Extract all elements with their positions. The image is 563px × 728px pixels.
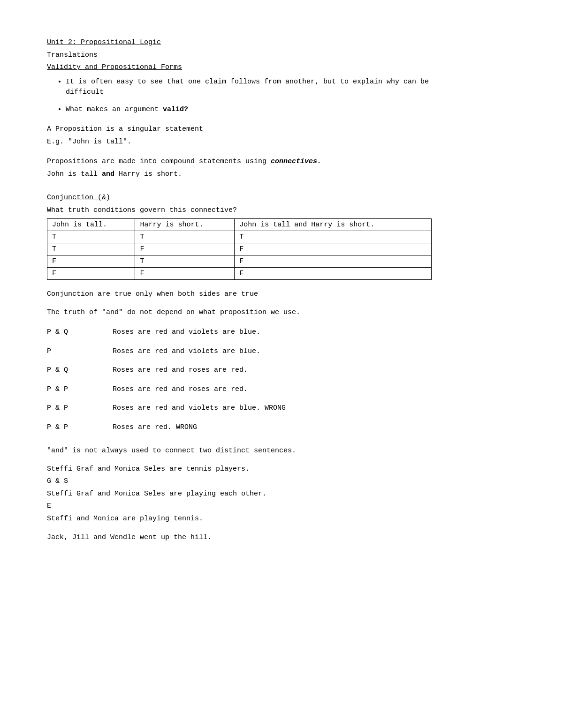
unit-title-section: Unit 2: Propositional Logic Translations… bbox=[47, 38, 469, 73]
example-row-5: P & P Roses are red and violets are blue… bbox=[47, 403, 469, 414]
bullet-2-text: What makes an argument valid? bbox=[66, 105, 188, 113]
table-row: F F F bbox=[47, 268, 432, 280]
example-row-3: P & Q Roses are red and roses are red. bbox=[47, 365, 469, 376]
and-line5: Steffi and Monica are playing tennis. bbox=[47, 514, 469, 525]
bullet-item-2: What makes an argument valid? bbox=[66, 105, 469, 115]
table-header-col3: John is tall and Harry is short. bbox=[235, 219, 432, 231]
example-row-4: P & P Roses are red and roses are red. bbox=[47, 384, 469, 395]
example-value-1: Roses are red and violets are blue. bbox=[113, 327, 469, 338]
and-bold: and bbox=[102, 170, 114, 178]
table-cell: F bbox=[47, 255, 135, 268]
conjunction-heading: Conjunction (&) bbox=[47, 194, 110, 202]
table-row: T T T bbox=[47, 231, 432, 243]
compound-section: Propositions are made into compound stat… bbox=[47, 157, 469, 180]
example-label-1: P & Q bbox=[47, 327, 113, 338]
table-cell: F bbox=[235, 243, 432, 255]
proposition-line1: A Proposition is a singular statement bbox=[47, 124, 469, 135]
table-row: T F F bbox=[47, 243, 432, 255]
example-value-3: Roses are red and roses are red. bbox=[113, 365, 469, 376]
example-value-2: Roses are red and violets are blue. bbox=[113, 346, 469, 357]
table-cell: F bbox=[235, 268, 432, 280]
and-line3: Steffi Graf and Monica Seles are playing… bbox=[47, 489, 469, 500]
example-value-5: Roses are red and violets are blue. WRON… bbox=[113, 403, 469, 414]
table-cell: T bbox=[135, 255, 235, 268]
example-value-4: Roses are red and roses are red. bbox=[113, 384, 469, 395]
example-row-1: P & Q Roses are red and violets are blue… bbox=[47, 327, 469, 338]
page-content: Unit 2: Propositional Logic Translations… bbox=[47, 38, 469, 543]
table-header-row: John is tall. Harry is short. John is ta… bbox=[47, 219, 432, 231]
example-label-3: P & Q bbox=[47, 365, 113, 376]
and-intro: "and" is not always used to connect two … bbox=[47, 446, 469, 457]
conjunction-note2: The truth of "and" do not depend on what… bbox=[47, 308, 469, 318]
and-final: Jack, Jill and Wendle went up the hill. bbox=[47, 533, 469, 543]
example-label-4: P & P bbox=[47, 384, 113, 395]
table-cell: T bbox=[135, 231, 235, 243]
connectives-label: connectives. bbox=[271, 158, 321, 165]
unit-title: Unit 2: Propositional Logic bbox=[47, 38, 161, 46]
intro-bullets: It is often easy to see that one claim f… bbox=[66, 77, 469, 115]
proposition-section: A Proposition is a singular statement E.… bbox=[47, 124, 469, 147]
and-line2: G & S bbox=[47, 476, 469, 487]
table-body: T T T T F F F T F F F F bbox=[47, 231, 432, 280]
table-cell: T bbox=[235, 231, 432, 243]
example-row-6: P & P Roses are red. WRONG bbox=[47, 422, 469, 433]
example-label-6: P & P bbox=[47, 422, 113, 433]
proposition-line2: E.g. "John is tall". bbox=[47, 137, 469, 148]
example-label-5: P & P bbox=[47, 403, 113, 414]
table-cell: F bbox=[235, 255, 432, 268]
table-cell: T bbox=[47, 231, 135, 243]
example-row-2: P Roses are red and violets are blue. bbox=[47, 346, 469, 357]
conjunction-note1: Conjunction are true only when both side… bbox=[47, 289, 469, 300]
table-row: F T F bbox=[47, 255, 432, 268]
table-header-col1: John is tall. bbox=[47, 219, 135, 231]
bullet-1-text: It is often easy to see that one claim f… bbox=[66, 78, 429, 97]
truth-table: John is tall. Harry is short. John is ta… bbox=[47, 218, 432, 280]
conjunction-subheading: What truth conditions govern this connec… bbox=[47, 205, 469, 216]
compound-line2: John is tall and Harry is short. bbox=[47, 169, 469, 180]
and-line1: Steffi Graf and Monica Seles are tennis … bbox=[47, 464, 469, 475]
examples-section: P & Q Roses are red and violets are blue… bbox=[47, 327, 469, 433]
and-section: "and" is not always used to connect two … bbox=[47, 446, 469, 543]
bullet-2-bold: valid? bbox=[163, 105, 188, 113]
table-cell: F bbox=[135, 268, 235, 280]
and-line4: E bbox=[47, 501, 469, 512]
example-value-6: Roses are red. WRONG bbox=[113, 422, 469, 433]
table-header-col2: Harry is short. bbox=[135, 219, 235, 231]
validity-title: Validity and Propositional Forms bbox=[47, 63, 182, 71]
table-cell: F bbox=[47, 268, 135, 280]
bullet-item-1: It is often easy to see that one claim f… bbox=[66, 77, 469, 98]
compound-line1: Propositions are made into compound stat… bbox=[47, 157, 469, 167]
table-cell: T bbox=[47, 243, 135, 255]
table-cell: F bbox=[135, 243, 235, 255]
conjunction-section: Conjunction (&) What truth conditions go… bbox=[47, 193, 469, 318]
translations-label: Translations bbox=[47, 51, 98, 59]
example-label-2: P bbox=[47, 346, 113, 357]
